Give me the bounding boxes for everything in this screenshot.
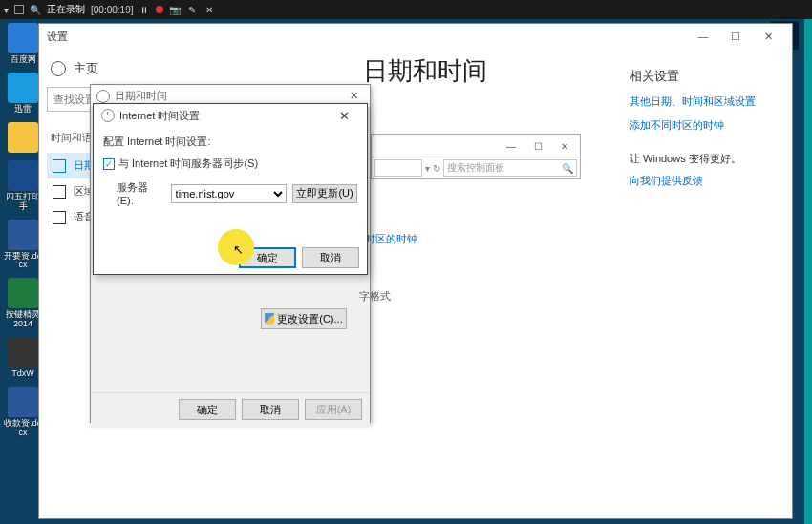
change-settings-button[interactable]: 更改设置(C)... [261,308,347,329]
pencil-icon[interactable]: ✎ [186,4,198,15]
control-panel-toolbar: ▾ ↻ 搜索控制面板🔍 [371,157,581,179]
related-link-regional[interactable]: 其他日期、时间和区域设置 [630,94,784,109]
dialog-title: 日期和时间 [115,89,167,103]
checkbox-checked-icon[interactable]: ✓ [103,158,115,170]
apply-button[interactable]: 应用(A) [305,399,362,420]
ok-button[interactable]: 确定 [179,399,236,420]
clock-icon [101,109,115,122]
gear-icon [51,61,66,76]
recording-bar: ▾ 🔍 正在录制 [00:00:19] ⏸ 📷 ✎ ✕ [0,0,812,19]
desktop-item[interactable]: 迅雷 [4,73,42,115]
cp-address-bar[interactable] [374,159,422,177]
mic-icon [53,211,66,224]
dialog-heading: 配置 Internet 时间设置: [103,135,357,149]
server-label: 服务器(E): [117,180,165,206]
cp-maximize[interactable]: ☐ [524,136,551,156]
desktop-item[interactable]: 开要资.docx [4,220,42,271]
calendar-icon [53,159,66,173]
desktop-item[interactable]: 百度网 [4,23,42,65]
edge-decoration [804,19,812,524]
related-title: 相关设置 [630,68,784,85]
record-icon[interactable] [156,6,163,13]
recording-time: [00:00:19] [91,5,133,15]
home-link[interactable]: 主页 [47,56,221,87]
close-icon[interactable]: ✕ [329,104,359,127]
maximize-button[interactable]: ☐ [719,24,752,49]
dropdown-icon[interactable]: ▾ [4,5,9,15]
update-now-button[interactable]: 立即更新(U) [292,184,357,203]
globe-icon [53,185,66,199]
clock-icon [96,90,110,103]
minimize-button[interactable]: — [687,24,719,49]
internet-time-titlebar[interactable]: Internet 时间设置 ✕ [94,104,367,127]
home-label: 主页 [74,60,98,77]
related-settings: 相关设置 其他日期、时间和区域设置 添加不同时区的时钟 让 Windows 变得… [630,49,792,518]
camera-icon[interactable]: 📷 [169,4,181,15]
refresh-icon[interactable]: ↻ [433,163,440,174]
cursor-icon: ↖ [233,242,244,257]
server-select[interactable]: time.nist.gov [171,184,288,203]
pause-icon[interactable]: ⏸ [139,4,150,15]
magnify-icon[interactable]: 🔍 [30,5,41,15]
feedback-link[interactable]: 向我们提供反馈 [630,174,784,188]
shield-icon [265,313,274,325]
cp-minimize[interactable]: — [498,136,524,156]
close-button[interactable]: ✕ [752,24,784,49]
desktop-item[interactable]: 收款资.docx [4,387,42,438]
dialog-title: Internet 时间设置 [119,109,200,123]
dropdown-icon[interactable]: ▾ [425,163,430,174]
window-title: 设置 [47,30,68,44]
close-rec-icon[interactable]: ✕ [203,4,215,15]
desktop-item[interactable]: 按键精灵2014 [4,278,42,329]
recording-status: 正在录制 [47,3,85,16]
sync-checkbox-row[interactable]: ✓ 与 Internet 时间服务器同步(S) [103,157,357,171]
settings-titlebar[interactable]: 设置 — ☐ ✕ [39,24,792,49]
close-icon[interactable]: ✕ [343,90,364,102]
cancel-button[interactable]: 取消 [242,399,299,420]
sync-label: 与 Internet 时间服务器同步(S) [118,157,258,171]
cp-search-box[interactable]: 搜索控制面板🔍 [443,159,577,177]
cp-close[interactable]: ✕ [551,136,578,156]
feedback-heading: 让 Windows 变得更好。 [630,152,784,166]
cancel-button[interactable]: 取消 [302,247,359,268]
square-icon[interactable] [14,5,24,14]
desktop-item[interactable] [4,122,42,153]
related-link-timezone[interactable]: 添加不同时区的时钟 [630,118,784,133]
desktop-item[interactable]: TdxW [4,337,42,379]
format-text: 字格式 [359,289,391,304]
desktop-item[interactable]: 四五打印手 [4,160,42,212]
